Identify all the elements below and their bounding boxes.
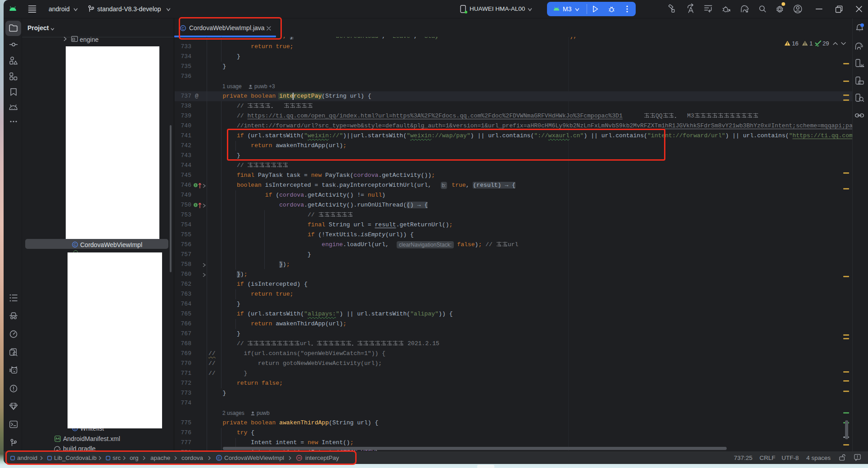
svg-text:C: C: [73, 243, 76, 247]
